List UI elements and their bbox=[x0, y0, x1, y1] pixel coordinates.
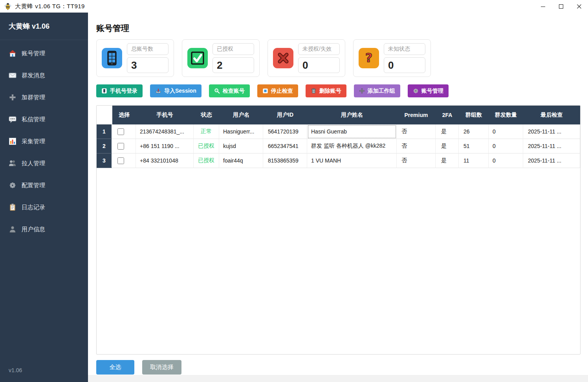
sidebar-version: v1.06 bbox=[9, 367, 22, 373]
phone-login-button[interactable]: 手机号登录 bbox=[96, 84, 143, 97]
col-header-premium[interactable]: Premium bbox=[397, 106, 436, 124]
minimize-icon[interactable] bbox=[534, 0, 552, 13]
deselect-button[interactable]: 取消选择 bbox=[142, 360, 181, 375]
cross-icon bbox=[273, 48, 293, 68]
cell-username[interactable]: kujsd bbox=[219, 139, 263, 154]
sidebar-item-label: 配置管理 bbox=[22, 182, 45, 189]
svg-text:?: ? bbox=[365, 50, 373, 65]
cell-premium[interactable]: 否 bbox=[397, 139, 436, 154]
cell-2fa[interactable]: 是 bbox=[436, 154, 459, 168]
row-select-cell bbox=[112, 124, 136, 139]
col-header-phone[interactable]: 手机号 bbox=[136, 106, 194, 124]
stat-value: 2 bbox=[212, 57, 254, 73]
row-number: 3 bbox=[97, 154, 112, 168]
account-manage-button[interactable]: 账号管理 bbox=[408, 84, 449, 97]
table-header-row: 选择 手机号 状态 用户名 用户ID 用户姓名 Premium 2FA 群组数 … bbox=[97, 106, 580, 124]
cell-status[interactable]: 已授权 bbox=[194, 154, 219, 168]
check-icon bbox=[187, 48, 208, 68]
delete-account-button[interactable]: 删除账号 bbox=[306, 84, 346, 97]
row-checkbox[interactable] bbox=[117, 128, 124, 135]
maximize-icon[interactable] bbox=[552, 0, 570, 13]
gear-icon bbox=[413, 88, 419, 94]
sidebar-menu: 账号管理 群发消息 加群管理 bbox=[0, 40, 88, 240]
cell-2fa[interactable]: 是 bbox=[436, 124, 459, 139]
cell-last-check[interactable]: 2025-11-11 ... bbox=[523, 139, 580, 154]
col-header-status[interactable]: 状态 bbox=[194, 106, 219, 124]
sidebar-item-label: 拉人管理 bbox=[22, 160, 45, 167]
close-icon[interactable] bbox=[570, 0, 588, 13]
sidebar-item-logs[interactable]: 日志记录 bbox=[0, 196, 88, 218]
col-header-userid[interactable]: 用户ID bbox=[263, 106, 307, 124]
phone-login-icon bbox=[101, 88, 107, 94]
stat-value: 0 bbox=[298, 57, 340, 73]
cell-phone[interactable]: 213674248381_... bbox=[136, 124, 194, 139]
sidebar-item-label: 账号管理 bbox=[22, 50, 45, 57]
cell-premium[interactable]: 否 bbox=[397, 154, 436, 168]
cell-phone[interactable]: +86 151 1190 ... bbox=[136, 139, 194, 154]
col-header-username[interactable]: 用户名 bbox=[219, 106, 263, 124]
sidebar-item-pull-people[interactable]: 拉人管理 bbox=[0, 152, 88, 174]
table-row: 2 +86 151 1190 ... 已授权 kujsd 6652347541 … bbox=[97, 139, 580, 154]
window-title: 大黄蜂 v1.06 TG：TT919 bbox=[15, 3, 85, 10]
sidebar-item-join-group[interactable]: 加群管理 bbox=[0, 86, 88, 108]
col-header-name[interactable]: 用户姓名 bbox=[307, 106, 397, 124]
cell-2fa[interactable]: 是 bbox=[436, 139, 459, 154]
row-checkbox[interactable] bbox=[117, 157, 124, 164]
cell-userid[interactable]: 6652347541 bbox=[263, 139, 307, 154]
row-checkbox[interactable] bbox=[117, 143, 124, 150]
search-icon bbox=[214, 88, 220, 94]
cell-last-check[interactable]: 2025-11-11 ... bbox=[523, 154, 580, 168]
col-header-last-check[interactable]: 最后检查 bbox=[523, 106, 580, 124]
cell-username[interactable]: Hasniguerr... bbox=[219, 124, 263, 139]
stop-icon bbox=[262, 88, 268, 94]
cell-name[interactable]: 群发 监听 各种机器人 @kk282 bbox=[307, 139, 397, 154]
sidebar-item-account-management[interactable]: 账号管理 bbox=[0, 42, 88, 64]
import-session-button[interactable]: 导入Session bbox=[150, 84, 201, 97]
sidebar-item-user-info[interactable]: 用户信息 bbox=[0, 218, 88, 240]
cell-groups[interactable]: 11 bbox=[459, 154, 489, 168]
sidebar-item-config[interactable]: 配置管理 bbox=[0, 174, 88, 196]
bee-app-icon bbox=[4, 2, 12, 10]
cell-mass-count[interactable]: 0 bbox=[489, 124, 523, 139]
stat-label: 未知状态 bbox=[384, 43, 425, 55]
col-header-select[interactable]: 选择 bbox=[112, 106, 136, 124]
col-header-2fa[interactable]: 2FA bbox=[436, 106, 459, 124]
stop-check-button[interactable]: 停止检查 bbox=[257, 84, 298, 97]
stat-card-total: 总账号数 3 bbox=[96, 39, 174, 77]
stat-card-authorized: 已授权 2 bbox=[182, 39, 260, 77]
plus-icon bbox=[9, 93, 16, 101]
select-all-button[interactable]: 全选 bbox=[96, 360, 134, 375]
col-header-mass-count[interactable]: 群发数量 bbox=[489, 106, 523, 124]
cell-mass-count[interactable]: 0 bbox=[489, 139, 523, 154]
import-icon bbox=[155, 88, 161, 94]
window-titlebar: 大黄蜂 v1.06 TG：TT919 bbox=[0, 0, 588, 13]
sidebar-app-title: 大黄蜂 v1.06 bbox=[0, 13, 88, 40]
cell-last-check[interactable]: 2025-11-11 ... bbox=[523, 124, 580, 139]
cell-phone[interactable]: +84 332101048 bbox=[136, 154, 194, 168]
window-controls bbox=[534, 0, 588, 13]
sidebar-item-label: 采集管理 bbox=[22, 138, 45, 145]
clipboard-icon bbox=[9, 203, 16, 211]
cell-premium[interactable]: 否 bbox=[397, 124, 436, 139]
sidebar-item-mass-message[interactable]: 群发消息 bbox=[0, 64, 88, 86]
cell-userid[interactable]: 8153865359 bbox=[263, 154, 307, 168]
col-header-groups[interactable]: 群组数 bbox=[459, 106, 489, 124]
cell-username[interactable]: foair44q bbox=[219, 154, 263, 168]
cell-name[interactable]: 1 VU MANH bbox=[307, 154, 397, 168]
stat-card-unknown: ? 未知状态 0 bbox=[353, 39, 431, 77]
cell-mass-count[interactable]: 0 bbox=[489, 154, 523, 168]
cell-status[interactable]: 正常 bbox=[194, 124, 219, 139]
check-account-button[interactable]: 检查账号 bbox=[209, 84, 250, 97]
table-corner bbox=[97, 106, 112, 124]
cell-name-editing[interactable]: Hasni Guerrab bbox=[307, 124, 397, 139]
sidebar-item-label: 加群管理 bbox=[22, 94, 45, 101]
cell-userid[interactable]: 5641720139 bbox=[263, 124, 307, 139]
cell-groups[interactable]: 26 bbox=[459, 124, 489, 139]
cell-groups[interactable]: 51 bbox=[459, 139, 489, 154]
sidebar-item-label: 群发消息 bbox=[22, 72, 45, 79]
sidebar-item-label: 日志记录 bbox=[22, 204, 45, 211]
add-workgroup-button[interactable]: 添加工作组 bbox=[354, 84, 400, 97]
sidebar-item-private-message[interactable]: 私信管理 bbox=[0, 108, 88, 130]
sidebar-item-collection[interactable]: 采集管理 bbox=[0, 130, 88, 152]
cell-status[interactable]: 已授权 bbox=[194, 139, 219, 154]
